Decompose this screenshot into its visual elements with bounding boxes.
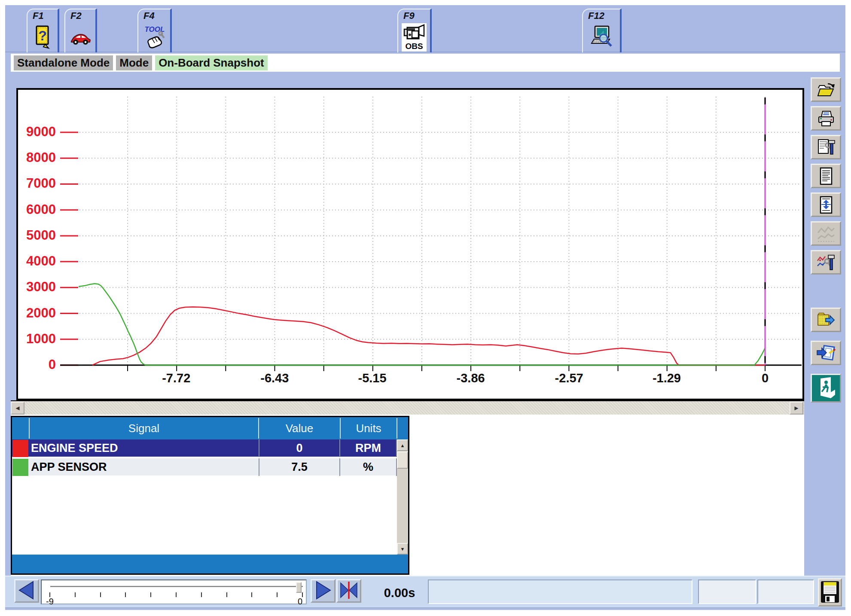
help-book-icon: ? xyxy=(30,23,55,52)
floppy-disk-icon xyxy=(820,580,840,604)
x-axis-tick-label: 0 xyxy=(735,371,795,385)
signal-row-engine-speed[interactable]: ENGINE SPEED0RPM xyxy=(12,439,408,457)
x-axis-tick-label: -7.72 xyxy=(146,371,206,385)
signal-table-header: Signal Value Units xyxy=(12,417,408,439)
scroll-left-arrow-icon[interactable]: ◄ xyxy=(11,402,24,415)
y-axis-tick-label: 8000 xyxy=(18,150,56,165)
y-axis-tick-label: 4000 xyxy=(18,253,56,269)
y-axis-tick-label: 5000 xyxy=(18,228,56,243)
print-button[interactable] xyxy=(811,106,841,131)
f2-label: F2 xyxy=(65,9,95,21)
f9-label: F9 xyxy=(398,9,430,21)
mode-item-mode: Mode xyxy=(116,55,152,70)
list-layout-button[interactable] xyxy=(811,192,841,217)
y-axis-tick-label: 1000 xyxy=(18,331,56,347)
mode-item-standalone: Standalone Mode xyxy=(14,55,113,70)
left-triangle-icon xyxy=(16,580,37,600)
signal-units: % xyxy=(340,458,397,476)
f12-system-button[interactable]: F12 xyxy=(582,9,622,52)
f4-tool-button[interactable]: F4 TOOL xyxy=(137,9,172,52)
document-tools-icon xyxy=(816,138,836,157)
import-transfer-button[interactable] xyxy=(811,341,841,365)
exit-icon xyxy=(816,377,836,400)
y-axis-tick-label: 6000 xyxy=(18,202,56,217)
slider-thumb[interactable] xyxy=(296,582,302,593)
signal-color-swatch xyxy=(12,440,28,457)
slider-tick xyxy=(150,592,151,597)
slider-min-label: -9 xyxy=(46,597,54,607)
f1-help-button[interactable]: F1 ? xyxy=(27,9,59,52)
graph-horizontal-scrollbar[interactable]: ◄ ► xyxy=(11,400,804,415)
export-data-button[interactable] xyxy=(811,308,841,332)
f1-label: F1 xyxy=(27,9,58,21)
open-snapshot-button[interactable] xyxy=(811,77,841,102)
signal-value: 7.5 xyxy=(259,458,340,476)
step-back-button[interactable] xyxy=(14,579,39,603)
slider-tick xyxy=(251,592,252,597)
document-arrows-icon xyxy=(816,195,836,214)
y-axis-tick-label: 2000 xyxy=(18,305,56,321)
svg-text:OBS: OBS xyxy=(405,42,423,51)
right-triangle-icon xyxy=(312,580,334,600)
signal-row-app-sensor[interactable]: APP SENSOR7.5% xyxy=(12,458,408,476)
slider-tick xyxy=(176,592,177,597)
document-icon xyxy=(816,167,836,186)
slider-track[interactable] xyxy=(50,586,303,587)
graph-settings-button[interactable] xyxy=(811,250,841,274)
signal-table: Signal Value Units ENGINE SPEED0RPMAPP S… xyxy=(11,416,409,575)
x-axis-tick-label: -3.86 xyxy=(441,371,501,385)
data-settings-button[interactable] xyxy=(811,135,841,159)
obs-camera-icon: OBS xyxy=(402,23,427,52)
slider-tick xyxy=(201,592,202,597)
graph-disabled-icon xyxy=(816,224,836,243)
step-forward-button[interactable] xyxy=(311,579,336,603)
printer-icon xyxy=(816,109,836,128)
app-frame: F1 ? F2 xyxy=(5,5,845,610)
column-header-value: Value xyxy=(259,417,340,439)
save-button[interactable] xyxy=(818,578,842,607)
y-axis-tick-label: 3000 xyxy=(18,279,56,295)
slider-tick xyxy=(125,592,126,597)
f9-obs-snapshot-button[interactable]: F9 OBS xyxy=(397,9,432,52)
time-display: 0.00s xyxy=(369,586,430,600)
application-window: F1 ? F2 xyxy=(0,0,851,616)
scroll-right-arrow-icon[interactable]: ► xyxy=(790,402,803,415)
status-message-panel xyxy=(428,579,692,604)
signal-name: APP SENSOR xyxy=(31,458,256,476)
signal-value: 0 xyxy=(259,439,340,457)
f12-label: F12 xyxy=(583,9,620,21)
exit-button[interactable] xyxy=(811,374,841,403)
signal-table-footer-bar xyxy=(12,555,408,573)
snapshot-graph-panel: 9000800070006000500040003000200010000 -7… xyxy=(16,88,804,400)
f4-label: F4 xyxy=(138,9,170,21)
window-import-icon xyxy=(816,344,836,363)
status-mode-bar: Standalone Mode Mode On-Board Snapshot xyxy=(11,54,840,72)
signal-units: RPM xyxy=(340,439,397,457)
graph-tools-icon xyxy=(816,253,836,272)
x-axis-tick-label: -5.15 xyxy=(342,371,403,385)
table-vertical-scrollbar[interactable]: ▲ ▼ xyxy=(397,439,408,555)
status-cell-2 xyxy=(757,579,814,604)
computer-search-icon xyxy=(589,23,614,52)
x-axis-tick-label: -2.57 xyxy=(539,371,599,385)
slider-tick xyxy=(277,592,278,597)
mode-item-onboard-snapshot: On-Board Snapshot xyxy=(155,55,268,70)
y-axis-tick-label: 0 xyxy=(18,357,56,372)
go-to-cursor-button[interactable] xyxy=(336,579,361,603)
x-axis-tick-label: -1.29 xyxy=(637,371,697,385)
time-slider[interactable]: -9 0 xyxy=(41,579,307,604)
status-cell-1 xyxy=(698,579,756,604)
series-engine-speed xyxy=(92,307,765,366)
playback-transport-bar: -9 0 0.00s xyxy=(5,576,845,608)
scroll-up-arrow-icon[interactable]: ▲ xyxy=(397,439,408,451)
graph-plot[interactable] xyxy=(18,90,802,399)
lower-content-area: Signal Value Units ENGINE SPEED0RPMAPP S… xyxy=(11,415,804,576)
signal-color-swatch xyxy=(12,459,28,476)
graph-view-disabled-button xyxy=(811,221,841,246)
x-axis-tick-label: -6.43 xyxy=(244,371,305,385)
slider-tick xyxy=(75,592,76,597)
scroll-down-arrow-icon[interactable]: ▼ xyxy=(397,543,408,555)
f2-vehicle-button[interactable]: F2 xyxy=(64,9,97,52)
data-list-button[interactable] xyxy=(811,164,841,188)
scrollbar-thumb[interactable] xyxy=(397,451,408,469)
